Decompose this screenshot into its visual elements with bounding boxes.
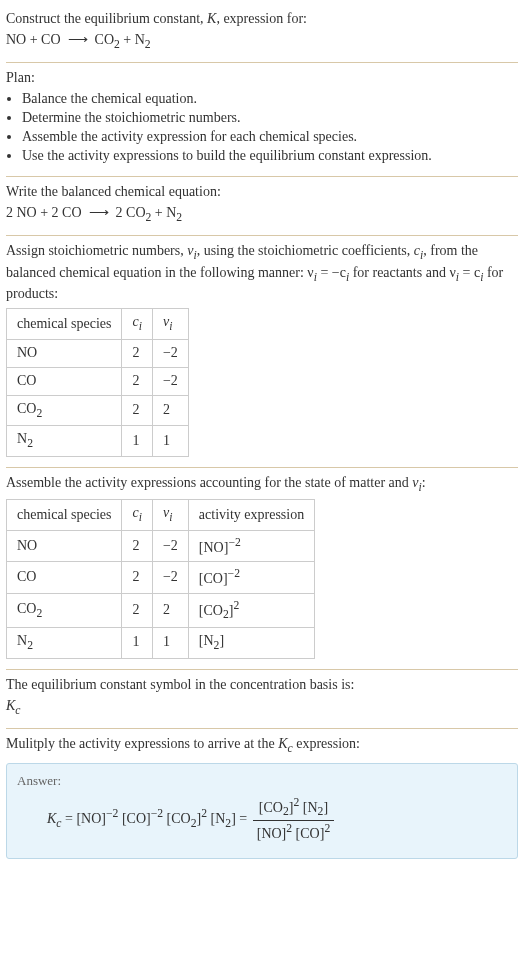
table-row: N211[N2] [7, 628, 315, 659]
col-species: chemical species [7, 500, 122, 531]
prompt-line1: Construct the equilibrium constant, K, e… [6, 10, 518, 29]
table-row: NO2−2 [7, 339, 189, 367]
kc-expression: Kc = [NO]−2 [CO]−2 [CO2]2 [N2] = [CO2]2 … [47, 795, 507, 844]
plan-section: Plan: Balance the chemical equation. Det… [6, 63, 518, 176]
table-header-row: chemical species ci νi activity expressi… [7, 500, 315, 531]
activity-table: chemical species ci νi activity expressi… [6, 499, 315, 658]
kc-symbol-section: The equilibrium constant symbol in the c… [6, 670, 518, 729]
kc-frac-den: [NO]2 [CO]2 [253, 821, 334, 844]
plan-heading: Plan: [6, 69, 518, 88]
plan-item: Balance the chemical equation. [22, 90, 518, 109]
kc-fraction: [CO2]2 [N2] [NO]2 [CO]2 [253, 795, 334, 844]
prompt-post: , expression for: [216, 11, 307, 26]
table-row: NO2−2[NO]−2 [7, 530, 315, 562]
stoich-explanation: Assign stoichiometric numbers, νi, using… [6, 242, 518, 304]
unbalanced-equation: NO + CO ⟶ CO2 + N2 [6, 31, 518, 53]
prompt-pre: Construct the equilibrium constant, [6, 11, 207, 26]
col-ci: ci [122, 500, 152, 531]
table-header-row: chemical species ci νi [7, 309, 189, 340]
plan-list: Balance the chemical equation. Determine… [6, 90, 518, 166]
col-nu: νi [152, 500, 188, 531]
kc-frac-num: [CO2]2 [N2] [253, 795, 334, 821]
answer-box: Answer: Kc = [NO]−2 [CO]−2 [CO2]2 [N2] =… [6, 763, 518, 859]
final-heading: Mulitply the activity expressions to arr… [6, 735, 518, 757]
plan-item: Assemble the activity expression for eac… [22, 128, 518, 147]
col-activity: activity expression [188, 500, 314, 531]
table-row: CO2−2 [7, 367, 189, 395]
table-row: N211 [7, 426, 189, 457]
final-section: Mulitply the activity expressions to arr… [6, 729, 518, 869]
kc-lhs: [NO]−2 [CO]−2 [CO2]2 [N2] [76, 811, 235, 826]
col-nu: νi [152, 309, 188, 340]
balanced-section: Write the balanced chemical equation: 2 … [6, 177, 518, 236]
table-row: CO222 [7, 395, 189, 426]
kc-symbol-heading: The equilibrium constant symbol in the c… [6, 676, 518, 695]
activity-heading: Assemble the activity expressions accoun… [6, 474, 518, 496]
table-row: CO222[CO2]2 [7, 593, 315, 627]
stoich-table: chemical species ci νi NO2−2 CO2−2 CO222… [6, 308, 189, 456]
prompt-var-K: K [207, 11, 216, 26]
plan-item: Determine the stoichiometric numbers. [22, 109, 518, 128]
plan-item: Use the activity expressions to build th… [22, 147, 518, 166]
balanced-equation: 2 NO + 2 CO ⟶ 2 CO2 + N2 [6, 204, 518, 226]
prompt-section: Construct the equilibrium constant, K, e… [6, 4, 518, 63]
col-ci: ci [122, 309, 152, 340]
col-species: chemical species [7, 309, 122, 340]
table-row: CO2−2[CO]−2 [7, 562, 315, 594]
activity-section: Assemble the activity expressions accoun… [6, 468, 518, 670]
balanced-heading: Write the balanced chemical equation: [6, 183, 518, 202]
kc-symbol: Kc [6, 697, 518, 719]
stoich-section: Assign stoichiometric numbers, νi, using… [6, 236, 518, 467]
answer-label: Answer: [17, 772, 507, 790]
